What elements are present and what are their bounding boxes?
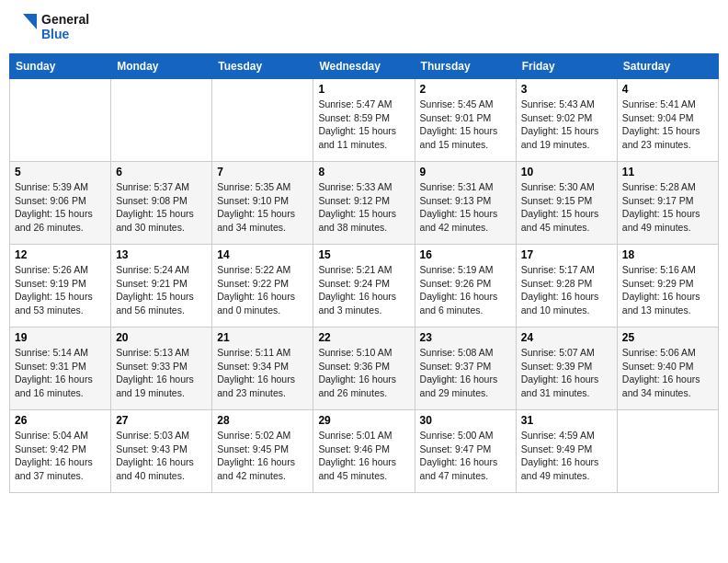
calendar-cell: 6Sunrise: 5:37 AM Sunset: 9:08 PM Daylig… — [111, 162, 212, 245]
day-info: Sunrise: 5:11 AM Sunset: 9:34 PM Dayligh… — [217, 346, 308, 400]
svg-text:Blue: Blue — [41, 27, 70, 41]
calendar-cell: 13Sunrise: 5:24 AM Sunset: 9:21 PM Dayli… — [111, 245, 212, 327]
day-number: 26 — [15, 414, 106, 427]
calendar-cell: 19Sunrise: 5:14 AM Sunset: 9:31 PM Dayli… — [10, 327, 111, 410]
day-number: 17 — [521, 248, 612, 261]
calendar-cell: 2Sunrise: 5:45 AM Sunset: 9:01 PM Daylig… — [415, 79, 516, 162]
day-number: 15 — [318, 248, 409, 261]
day-info: Sunrise: 5:37 AM Sunset: 9:08 PM Dayligh… — [116, 180, 207, 235]
calendar-cell: 24Sunrise: 5:07 AM Sunset: 9:39 PM Dayli… — [516, 327, 617, 410]
day-number: 6 — [116, 166, 207, 178]
day-number: 10 — [521, 166, 612, 178]
day-number: 4 — [622, 83, 713, 96]
calendar-cell: 23Sunrise: 5:08 AM Sunset: 9:37 PM Dayli… — [415, 327, 516, 410]
calendar-cell: 7Sunrise: 5:35 AM Sunset: 9:10 PM Daylig… — [212, 162, 313, 245]
calendar-body: 1Sunrise: 5:47 AM Sunset: 8:59 PM Daylig… — [10, 79, 719, 493]
day-info: Sunrise: 5:04 AM Sunset: 9:42 PM Dayligh… — [15, 429, 106, 483]
calendar-cell: 8Sunrise: 5:33 AM Sunset: 9:12 PM Daylig… — [313, 162, 415, 245]
day-info: Sunrise: 5:02 AM Sunset: 9:45 PM Dayligh… — [217, 429, 308, 483]
day-number: 3 — [521, 83, 612, 96]
weekday-tuesday: Tuesday — [212, 54, 313, 79]
calendar-cell: 12Sunrise: 5:26 AM Sunset: 9:19 PM Dayli… — [10, 245, 111, 327]
day-info: Sunrise: 5:06 AM Sunset: 9:40 PM Dayligh… — [622, 346, 713, 400]
weekday-saturday: Saturday — [617, 54, 718, 79]
calendar-cell: 21Sunrise: 5:11 AM Sunset: 9:34 PM Dayli… — [212, 327, 313, 410]
day-info: Sunrise: 5:47 AM Sunset: 8:59 PM Dayligh… — [318, 98, 409, 152]
svg-marker-0 — [23, 14, 37, 29]
day-info: Sunrise: 5:03 AM Sunset: 9:43 PM Dayligh… — [116, 429, 207, 483]
day-info: Sunrise: 5:41 AM Sunset: 9:04 PM Dayligh… — [622, 98, 713, 152]
day-info: Sunrise: 5:30 AM Sunset: 9:15 PM Dayligh… — [521, 180, 612, 235]
day-info: Sunrise: 5:39 AM Sunset: 9:06 PM Dayligh… — [15, 180, 106, 235]
day-number: 7 — [217, 166, 308, 178]
day-number: 11 — [622, 166, 713, 178]
day-info: Sunrise: 5:13 AM Sunset: 9:33 PM Dayligh… — [116, 346, 207, 400]
day-info: Sunrise: 5:28 AM Sunset: 9:17 PM Dayligh… — [622, 180, 713, 235]
day-number: 2 — [420, 83, 511, 96]
day-number: 29 — [318, 414, 409, 427]
page-header: GeneralBlue — [9, 9, 719, 44]
day-info: Sunrise: 5:08 AM Sunset: 9:37 PM Dayligh… — [420, 346, 511, 400]
day-number: 25 — [622, 331, 713, 344]
day-info: Sunrise: 5:10 AM Sunset: 9:36 PM Dayligh… — [318, 346, 409, 400]
day-number: 21 — [217, 331, 308, 344]
calendar-table: SundayMondayTuesdayWednesdayThursdayFrid… — [9, 53, 719, 493]
calendar-cell: 18Sunrise: 5:16 AM Sunset: 9:29 PM Dayli… — [617, 245, 718, 327]
calendar-cell: 28Sunrise: 5:02 AM Sunset: 9:45 PM Dayli… — [212, 410, 313, 493]
day-info: Sunrise: 5:31 AM Sunset: 9:13 PM Dayligh… — [420, 180, 511, 235]
calendar-cell — [617, 410, 718, 493]
calendar-cell — [212, 79, 313, 162]
calendar-week-2: 5Sunrise: 5:39 AM Sunset: 9:06 PM Daylig… — [10, 162, 719, 245]
day-info: Sunrise: 5:45 AM Sunset: 9:01 PM Dayligh… — [420, 98, 511, 152]
calendar-cell: 27Sunrise: 5:03 AM Sunset: 9:43 PM Dayli… — [111, 410, 212, 493]
day-info: Sunrise: 5:17 AM Sunset: 9:28 PM Dayligh… — [521, 263, 612, 317]
day-number: 9 — [420, 166, 511, 178]
day-info: Sunrise: 4:59 AM Sunset: 9:49 PM Dayligh… — [521, 429, 612, 483]
calendar-week-5: 26Sunrise: 5:04 AM Sunset: 9:42 PM Dayli… — [10, 410, 719, 493]
day-info: Sunrise: 5:00 AM Sunset: 9:47 PM Dayligh… — [420, 429, 511, 483]
calendar-cell: 9Sunrise: 5:31 AM Sunset: 9:13 PM Daylig… — [415, 162, 516, 245]
calendar-cell: 11Sunrise: 5:28 AM Sunset: 9:17 PM Dayli… — [617, 162, 718, 245]
weekday-thursday: Thursday — [415, 54, 516, 79]
calendar-cell — [10, 79, 111, 162]
day-number: 5 — [15, 166, 106, 178]
day-number: 31 — [521, 414, 612, 427]
calendar-cell: 29Sunrise: 5:01 AM Sunset: 9:46 PM Dayli… — [313, 410, 415, 493]
day-info: Sunrise: 5:16 AM Sunset: 9:29 PM Dayligh… — [622, 263, 713, 317]
calendar-cell: 22Sunrise: 5:10 AM Sunset: 9:36 PM Dayli… — [313, 327, 415, 410]
calendar-cell: 16Sunrise: 5:19 AM Sunset: 9:26 PM Dayli… — [415, 245, 516, 327]
calendar-cell: 10Sunrise: 5:30 AM Sunset: 9:15 PM Dayli… — [516, 162, 617, 245]
day-info: Sunrise: 5:19 AM Sunset: 9:26 PM Dayligh… — [420, 263, 511, 317]
day-number: 13 — [116, 248, 207, 261]
logo-svg: GeneralBlue — [14, 9, 97, 44]
calendar-cell: 15Sunrise: 5:21 AM Sunset: 9:24 PM Dayli… — [313, 245, 415, 327]
day-number: 16 — [420, 248, 511, 261]
weekday-sunday: Sunday — [10, 54, 111, 79]
calendar-cell: 14Sunrise: 5:22 AM Sunset: 9:22 PM Dayli… — [212, 245, 313, 327]
day-info: Sunrise: 5:26 AM Sunset: 9:19 PM Dayligh… — [15, 263, 106, 317]
day-number: 1 — [318, 83, 409, 96]
day-info: Sunrise: 5:35 AM Sunset: 9:10 PM Dayligh… — [217, 180, 308, 235]
day-number: 14 — [217, 248, 308, 261]
calendar-cell: 30Sunrise: 5:00 AM Sunset: 9:47 PM Dayli… — [415, 410, 516, 493]
day-number: 19 — [15, 331, 106, 344]
weekday-friday: Friday — [516, 54, 617, 79]
day-info: Sunrise: 5:21 AM Sunset: 9:24 PM Dayligh… — [318, 263, 409, 317]
weekday-monday: Monday — [111, 54, 212, 79]
calendar-week-4: 19Sunrise: 5:14 AM Sunset: 9:31 PM Dayli… — [10, 327, 719, 410]
svg-text:General: General — [41, 12, 89, 27]
day-number: 23 — [420, 331, 511, 344]
calendar-cell: 31Sunrise: 4:59 AM Sunset: 9:49 PM Dayli… — [516, 410, 617, 493]
day-number: 30 — [420, 414, 511, 427]
day-info: Sunrise: 5:01 AM Sunset: 9:46 PM Dayligh… — [318, 429, 409, 483]
calendar-cell — [111, 79, 212, 162]
calendar-week-3: 12Sunrise: 5:26 AM Sunset: 9:19 PM Dayli… — [10, 245, 719, 327]
calendar-cell: 17Sunrise: 5:17 AM Sunset: 9:28 PM Dayli… — [516, 245, 617, 327]
weekday-header-row: SundayMondayTuesdayWednesdayThursdayFrid… — [10, 54, 719, 79]
day-number: 27 — [116, 414, 207, 427]
day-number: 24 — [521, 331, 612, 344]
calendar-cell: 25Sunrise: 5:06 AM Sunset: 9:40 PM Dayli… — [617, 327, 718, 410]
calendar-cell: 5Sunrise: 5:39 AM Sunset: 9:06 PM Daylig… — [10, 162, 111, 245]
day-info: Sunrise: 5:24 AM Sunset: 9:21 PM Dayligh… — [116, 263, 207, 317]
weekday-wednesday: Wednesday — [313, 54, 415, 79]
